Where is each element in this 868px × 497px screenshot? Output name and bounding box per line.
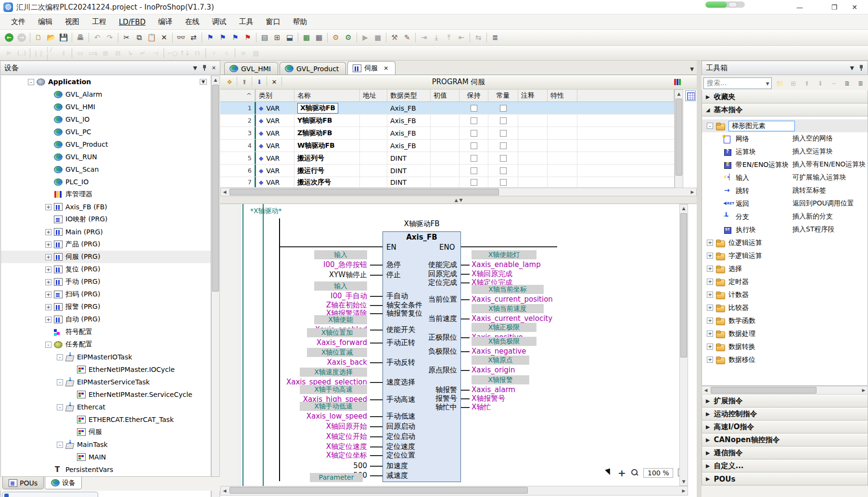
ld-coil-set-icon[interactable]: ▭s — [87, 47, 99, 59]
save-icon[interactable]: 💾 — [57, 32, 70, 43]
ld-setreset-icon[interactable]: ⊓ — [191, 47, 204, 59]
table-view-toggle-icon[interactable] — [685, 90, 696, 101]
section-通信指令[interactable]: ▶通信指令 — [702, 446, 868, 459]
scroll-up-icon[interactable]: ▲ — [680, 204, 688, 212]
tree-item-GVL_Scan[interactable]: GVL_Scan — [1, 163, 211, 176]
close-button[interactable]: ✕ — [841, 0, 868, 14]
var-constant-cell[interactable] — [488, 115, 518, 127]
toolbox-item-运算块[interactable]: 运算块插入空运算块 — [702, 145, 868, 158]
operand-X轴定位开始[interactable]: X轴定位开始 — [326, 432, 367, 441]
column-header-常量[interactable]: 常量 — [488, 89, 518, 102]
retain-checkbox[interactable] — [471, 130, 477, 137]
operand-Xaxis_current_position[interactable]: Xaxis_current_position — [472, 295, 553, 304]
operand-Xaxis_enable_lamp[interactable]: Xaxis_enable_lamp — [472, 260, 541, 269]
toolbox-folder-梯形图元素[interactable]: -梯形图元素 — [702, 119, 868, 132]
replace-icon[interactable]: ⇄ — [187, 32, 200, 43]
operand-XYW轴停止[interactable]: XYW轴停止 — [329, 270, 367, 280]
tree-item-Main (PRG)[interactable]: +Main (PRG) — [1, 226, 211, 238]
expander-plus-icon[interactable]: + — [45, 279, 51, 285]
edit-icon[interactable]: ✎ — [401, 32, 413, 43]
retain-checkbox[interactable] — [471, 167, 477, 174]
tree-item-EIPMasterIOTask[interactable]: -EIPMasterIOTask — [1, 351, 211, 363]
var-init-cell[interactable] — [431, 177, 460, 187]
toolbox-pin-icon[interactable] — [859, 65, 864, 71]
var-init-cell[interactable] — [431, 165, 460, 177]
expander-minus-icon[interactable]: - — [45, 342, 51, 348]
doc-tab-GVL_Product[interactable]: GVL_Product — [280, 62, 346, 75]
var-retain-cell[interactable] — [460, 152, 488, 164]
toolbox-item-输入[interactable]: 输入可扩展输入运算块 — [702, 171, 868, 184]
scroll-thumb[interactable] — [230, 487, 528, 494]
ld-contact-icon[interactable]: ❘❘ — [32, 47, 45, 59]
var-keyword-cell[interactable]: ◆VAR — [256, 165, 294, 177]
var-constant-cell[interactable] — [488, 102, 518, 114]
new-folder-icon[interactable]: 📁 — [775, 78, 785, 89]
table-row[interactable]: 6◆VAR搬运行号DINT — [220, 165, 674, 177]
expander-plus-icon[interactable]: + — [45, 304, 51, 310]
retain-checkbox[interactable] — [471, 105, 477, 112]
operand-Xaxis_low_speed[interactable]: Xaxis_low_speed — [306, 412, 367, 421]
expander-plus-icon[interactable]: + — [707, 305, 713, 311]
tree-item-任务配置[interactable]: -任务配置 — [1, 338, 211, 351]
retain-checkbox[interactable] — [471, 117, 477, 124]
expander-plus-icon[interactable]: + — [707, 266, 713, 272]
scroll-up-icon[interactable]: ▲ — [675, 90, 683, 98]
tree-item-GVL_IO[interactable]: GVL_IO — [1, 113, 211, 126]
operand-comment[interactable]: X轴手动低速 — [300, 402, 367, 411]
var-address-cell[interactable] — [360, 177, 387, 187]
retain-checkbox[interactable] — [471, 155, 477, 162]
tree-item-MAIN[interactable]: MAIN — [1, 451, 211, 463]
tree-item-GVL_RUN[interactable]: GVL_RUN — [1, 151, 211, 163]
bookmark-clear-icon[interactable]: ⚑ — [242, 32, 254, 43]
var-type-cell[interactable]: Axis_FB — [387, 115, 431, 127]
operand-X轴定位坐标[interactable]: X轴定位坐标 — [326, 451, 367, 460]
operand-X轴回原完成[interactable]: X轴回原完成 — [472, 269, 512, 279]
operand-Xaxis_current_velocity[interactable]: Xaxis_current_velocity — [472, 314, 552, 323]
build-icon[interactable]: ▦ — [300, 32, 313, 43]
tree-item-复位 (PRG)[interactable]: +复位 (PRG) — [1, 263, 211, 276]
tree-item-EIPMasterServiceTask[interactable]: -EIPMasterServiceTask — [1, 376, 211, 388]
constant-checkbox[interactable] — [500, 155, 507, 162]
tree-item-IO映射 (PRG)[interactable]: IO映射 (PRG) — [1, 213, 211, 226]
ld-input-icon[interactable]: ⊣ — [149, 47, 162, 59]
tree-item-EtherNetIPMaster.IOCycle[interactable]: EtherNetIPMaster.IOCycle — [1, 363, 211, 376]
var-attr-cell[interactable] — [548, 140, 577, 152]
operand-I00_手自动[interactable]: I00_手自动 — [331, 292, 367, 301]
doc-tab-伺服[interactable]: 伺服✕ — [347, 61, 396, 75]
search-dropdown-icon[interactable]: ▼ — [766, 81, 769, 86]
var-address-cell[interactable] — [360, 127, 387, 139]
var-keyword-cell[interactable]: ◆VAR — [256, 177, 294, 187]
library-icon[interactable] — [669, 76, 681, 88]
var-constant-cell[interactable] — [488, 140, 518, 152]
var-attr-cell[interactable] — [548, 152, 577, 164]
scroll-right-icon[interactable]: ▶ — [860, 386, 868, 394]
var-address-cell[interactable] — [360, 102, 387, 114]
tree-item-GVL_Product[interactable]: GVL_Product — [1, 138, 211, 151]
menu-item-编辑[interactable]: 编辑 — [32, 15, 59, 28]
ld-ret-icon[interactable]: ↵ — [137, 47, 149, 59]
var-attr-cell[interactable] — [548, 102, 577, 114]
menu-item-编译[interactable]: 编译 — [152, 15, 179, 28]
var-attr-cell[interactable] — [548, 165, 577, 177]
section-CANopen轴控指令[interactable]: ▶CANopen轴控指令 — [702, 433, 868, 446]
var-init-cell[interactable] — [431, 152, 460, 164]
var-keyword-cell[interactable]: ◆VAR — [256, 152, 294, 164]
var-comment-cell[interactable] — [518, 152, 548, 164]
ld-comment-icon[interactable]: (‥) — [15, 47, 28, 59]
section-POUs[interactable]: ▶POUs — [702, 472, 868, 485]
operand-comment[interactable]: X轴当前坐标 — [472, 285, 544, 294]
var-init-cell[interactable] — [431, 140, 460, 152]
expander-plus-icon[interactable]: + — [707, 253, 713, 259]
var-keyword-cell[interactable]: ◆VAR — [256, 127, 294, 139]
tree-item-EtherNetIPMaster.ServiceCycle[interactable]: EtherNetIPMaster.ServiceCycle — [1, 388, 211, 401]
operand-comment[interactable]: X轴使能灯 — [472, 250, 536, 259]
new-file-icon[interactable]: 🗋 — [32, 32, 45, 43]
column-header-数据类型[interactable]: 数据类型 — [387, 89, 431, 102]
operand-Xaxis_back[interactable]: Xaxis_back — [327, 358, 367, 367]
move-down-icon[interactable]: ⬇ — [253, 76, 266, 88]
pan-icon[interactable] — [616, 468, 626, 478]
tab-close-icon[interactable]: ✕ — [383, 65, 388, 72]
var-retain-cell[interactable] — [460, 127, 488, 139]
tree-item-伺服 (PRG)[interactable]: +伺服 (PRG) — [1, 251, 211, 263]
table-row[interactable]: 3◆VARZ轴驱动FBAxis_FB — [220, 127, 674, 140]
